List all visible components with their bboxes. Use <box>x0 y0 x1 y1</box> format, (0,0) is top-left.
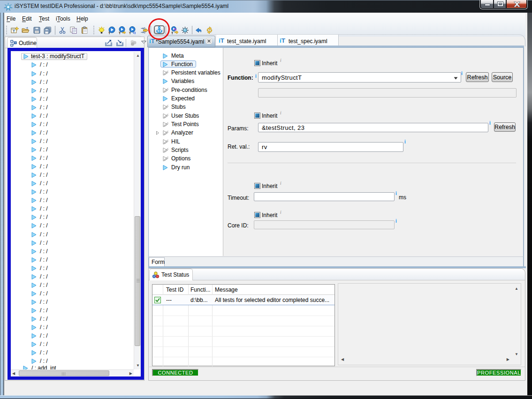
svg-text:T: T <box>108 31 111 35</box>
svg-text:T: T <box>129 31 131 35</box>
svg-text:T: T <box>13 29 15 33</box>
svg-text:T: T <box>119 31 121 35</box>
